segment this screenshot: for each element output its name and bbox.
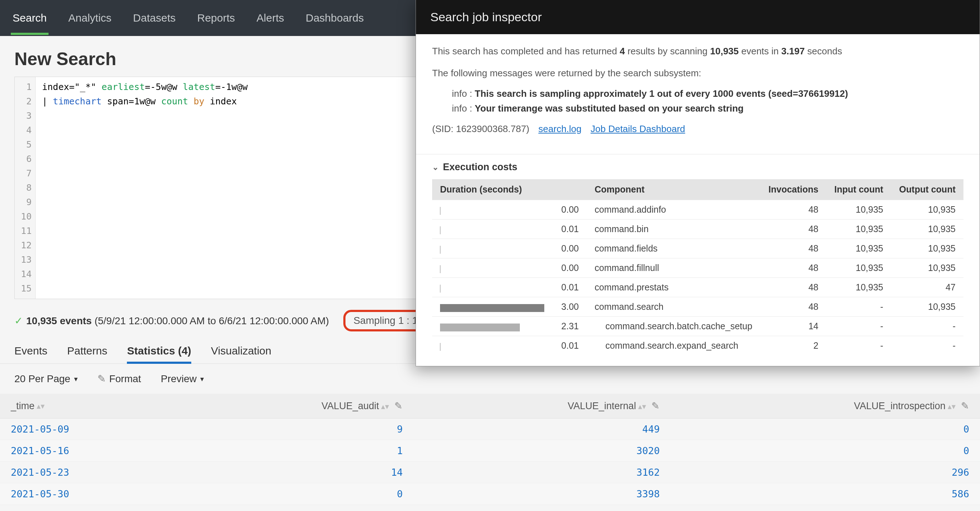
check-icon: ✓	[14, 315, 23, 326]
col-output[interactable]: Output count	[891, 179, 964, 200]
execution-costs-section: ⌄ Execution costs Duration (seconds) Com…	[416, 154, 980, 366]
sort-icon: ▴▾	[381, 405, 389, 409]
statistics-table: _time▴▾ VALUE_audit▴▾ ✎ VALUE_internal▴▾…	[0, 394, 980, 505]
exec-row: 0.00command.fields4810,93510,935	[432, 239, 964, 259]
col-internal[interactable]: VALUE_internal▴▾ ✎	[414, 394, 670, 418]
events-count: ✓10,935 events (5/9/21 12:00:00.000 AM t…	[14, 315, 329, 327]
exec-row: 3.00command.search48-10,935	[432, 297, 964, 317]
table-row[interactable]: 2021-05-16130200	[0, 440, 980, 462]
sid-row: (SID: 1623900368.787) search.log Job Det…	[432, 122, 964, 136]
tab-patterns[interactable]: Patterns	[67, 340, 108, 364]
exec-row: 0.01command.bin4810,93510,935	[432, 219, 964, 239]
info-message: info : Your timerange was substituted ba…	[452, 103, 964, 114]
chevron-down-icon: ⌄	[432, 163, 439, 172]
pencil-icon[interactable]: ✎	[395, 401, 402, 411]
col-invocations[interactable]: Invocations	[760, 179, 826, 200]
execution-costs-table: Duration (seconds) Component Invocations…	[432, 179, 964, 355]
exec-row: 0.01command.search.expand_search2--	[432, 336, 964, 356]
nav-tab-search[interactable]: Search	[11, 1, 49, 35]
inspector-summary: This search has completed and has return…	[416, 34, 980, 154]
format-dropdown[interactable]: ✎Format	[97, 373, 141, 385]
sort-icon: ▴▾	[37, 404, 45, 408]
table-row[interactable]: 2021-05-3003398586	[0, 483, 980, 505]
messages-intro: The following messages were returned by …	[432, 66, 964, 80]
pencil-icon[interactable]: ✎	[961, 401, 969, 411]
col-input[interactable]: Input count	[826, 179, 891, 200]
results-toolbar: 20 Per Page▾ ✎Format Preview▾	[0, 364, 980, 394]
tab-statistics[interactable]: Statistics (4)	[127, 340, 191, 364]
tab-visualization[interactable]: Visualization	[211, 340, 271, 364]
execution-costs-toggle[interactable]: ⌄ Execution costs	[432, 161, 964, 173]
tab-events[interactable]: Events	[14, 340, 48, 364]
per-page-dropdown[interactable]: 20 Per Page▾	[14, 373, 78, 385]
pencil-icon[interactable]: ✎	[651, 401, 660, 411]
col-introspection[interactable]: VALUE_introspection▴▾ ✎	[670, 394, 980, 418]
col-audit[interactable]: VALUE_audit▴▾ ✎	[181, 394, 414, 418]
sort-icon: ▴▾	[948, 405, 956, 409]
nav-tab-datasets[interactable]: Datasets	[131, 1, 177, 35]
sort-icon: ▴▾	[638, 405, 646, 409]
col-component[interactable]: Component	[587, 179, 760, 200]
nav-tab-dashboards[interactable]: Dashboards	[304, 1, 366, 35]
chevron-down-icon: ▾	[74, 375, 78, 383]
nav-tab-alerts[interactable]: Alerts	[255, 1, 286, 35]
info-message: info : This search is sampling approxima…	[452, 88, 964, 99]
nav-tab-analytics[interactable]: Analytics	[67, 1, 113, 35]
pencil-icon: ✎	[97, 373, 106, 385]
exec-row: 2.31command.search.batch.cache_setup14--	[432, 317, 964, 336]
col-time[interactable]: _time▴▾	[0, 394, 181, 418]
exec-row: 0.01command.prestats4810,93547	[432, 278, 964, 297]
exec-row: 0.00command.addinfo4810,93510,935	[432, 200, 964, 219]
exec-row: 0.00command.fillnull4810,93510,935	[432, 259, 964, 278]
link-job-details[interactable]: Job Details Dashboard	[591, 123, 685, 134]
summary-line: This search has completed and has return…	[432, 44, 964, 58]
col-duration[interactable]: Duration (seconds)	[432, 179, 587, 200]
table-row[interactable]: 2021-05-0994490	[0, 418, 980, 440]
job-inspector-panel: Search job inspector This search has com…	[415, 0, 980, 366]
inspector-title: Search job inspector	[416, 0, 980, 34]
chevron-down-icon: ▾	[200, 375, 204, 383]
nav-tab-reports[interactable]: Reports	[196, 1, 237, 35]
editor-gutter: 123456789101112131415	[15, 77, 36, 299]
preview-dropdown[interactable]: Preview▾	[161, 373, 204, 385]
table-row[interactable]: 2021-05-23143162296	[0, 462, 980, 483]
link-search-log[interactable]: search.log	[539, 123, 582, 134]
